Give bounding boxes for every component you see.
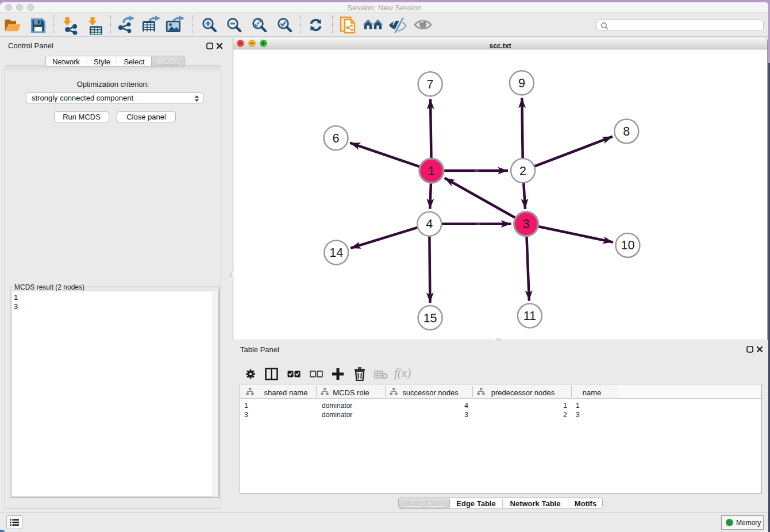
- svg-text:8: 8: [623, 125, 630, 138]
- svg-text:14: 14: [329, 246, 343, 260]
- svg-text:7: 7: [427, 78, 434, 91]
- svg-text:15: 15: [424, 311, 437, 325]
- svg-text:3: 3: [523, 217, 530, 231]
- svg-text:10: 10: [621, 238, 634, 252]
- svg-text:11: 11: [523, 309, 536, 323]
- svg-text:4: 4: [426, 217, 433, 231]
- svg-text:2: 2: [519, 164, 526, 178]
- svg-text:6: 6: [333, 132, 340, 145]
- svg-text:1: 1: [428, 164, 435, 178]
- svg-text:9: 9: [518, 76, 525, 90]
